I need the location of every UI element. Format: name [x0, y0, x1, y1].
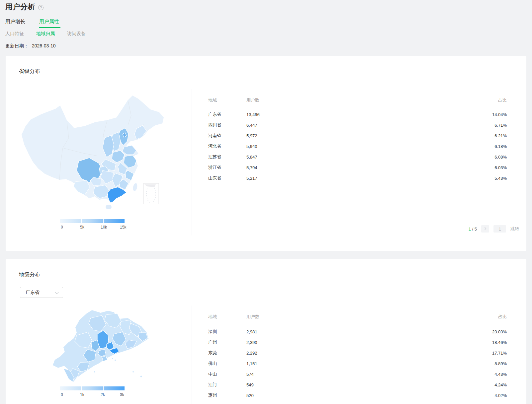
share-cell: 8.89% [477, 361, 507, 366]
island-dot [94, 371, 95, 372]
users-cell: 2,390 [246, 340, 477, 345]
share-cell: 6.18% [477, 144, 507, 149]
subtab-bar: 人口特征 地域归属 访问设备 [5, 31, 86, 37]
table-row: 深圳 2,981 23.03% [208, 326, 507, 337]
province-select-value: 广东省 [26, 290, 40, 296]
card-vertical-divider [192, 305, 192, 404]
table-row: 广州 2,390 18.46% [208, 337, 507, 348]
table-header-row: 地域 用户数 占比 [208, 98, 507, 103]
table-row: 河南省 5,972 6.21% [208, 130, 507, 141]
table-row: 中山 574 4.43% [208, 369, 507, 379]
province-table: 地域 用户数 占比 广东省 13,496 14.04% 四川省 6,447 6.… [208, 98, 507, 183]
share-cell: 23.03% [477, 329, 507, 334]
china-map[interactable] [18, 89, 164, 212]
legend-tick: 1k [80, 392, 84, 397]
jump-button[interactable]: 跳转 [510, 226, 519, 232]
total-pages: 5 [475, 227, 477, 232]
subtab-divider [61, 32, 61, 36]
color-scale-legend: 0 1k 2k 3k [60, 386, 125, 398]
table-row: 河北省 5,940 6.18% [208, 141, 507, 152]
header-region: 地域 [208, 314, 246, 319]
legend-tick-labels: 0 1k 2k 3k [60, 392, 125, 397]
legend-gradient-bar [60, 219, 125, 223]
city-table: 地域 用户数 占比 深圳 2,981 23.03% 广州 2,390 18.46… [208, 314, 507, 401]
legend-tick-labels: 0 5k 10k 15k [60, 225, 125, 230]
update-date-row: 更新日期：2026-03-10 [5, 43, 56, 49]
page-indicator: 1 / 5 [469, 227, 477, 232]
province-distribution-card: 省级分布 [6, 56, 526, 251]
region-cell: 浙江省 [208, 165, 246, 170]
region-cell: 河北省 [208, 143, 246, 149]
share-cell: 14.04% [477, 112, 507, 117]
region-cell: 深圳 [208, 329, 246, 335]
share-cell: 6.71% [477, 123, 507, 128]
share-cell: 6.03% [477, 165, 507, 170]
subtab-devices[interactable]: 访问设备 [67, 31, 86, 37]
header-share: 占比 [477, 98, 507, 103]
table-row: 江门 549 4.24% [208, 379, 507, 390]
table-row: 广东省 13,496 14.04% [208, 109, 507, 120]
island-dot [133, 371, 134, 372]
table-row: 江苏省 5,847 6.08% [208, 152, 507, 162]
card-vertical-divider [192, 89, 192, 236]
share-cell: 4.24% [477, 382, 507, 387]
users-cell: 1,151 [246, 361, 477, 366]
update-date-value: 2026-03-10 [32, 43, 56, 48]
user-analysis-page: 用户分析 ? 用户增长 用户属性 人口特征 地域归属 访问设备 更新日期：202… [0, 0, 532, 404]
legend-tick: 2k [101, 392, 105, 397]
tab-user-growth[interactable]: 用户增长 [5, 19, 25, 25]
table-row: 佛山 1,151 8.89% [208, 358, 507, 369]
region-cell: 东莞 [208, 350, 246, 356]
header-users: 用户数 [246, 314, 477, 319]
users-cell: 6,447 [246, 123, 477, 128]
region-cell: 惠州 [208, 392, 246, 398]
province-taiwan[interactable] [133, 183, 138, 191]
page-title: 用户分析 [5, 2, 35, 12]
guangdong-map[interactable] [45, 300, 151, 386]
share-cell: 6.21% [477, 133, 507, 138]
tab-bar: 用户增长 用户属性 [0, 18, 532, 28]
share-cell: 6.08% [477, 155, 507, 160]
table-row: 浙江省 5,794 6.03% [208, 162, 507, 173]
header-users: 用户数 [246, 98, 477, 103]
color-scale-legend: 0 5k 10k 15k [60, 219, 125, 230]
users-cell: 2,292 [246, 351, 477, 356]
region-cell: 江苏省 [208, 154, 246, 160]
table-header-row: 地域 用户数 占比 [208, 314, 507, 319]
subtab-demographics[interactable]: 人口特征 [5, 31, 24, 37]
page-separator: / [472, 227, 474, 232]
users-cell: 520 [246, 393, 477, 398]
users-cell: 5,940 [246, 144, 477, 149]
card-title-city: 地级分布 [19, 271, 40, 278]
legend-tick: 5k [80, 225, 84, 230]
legend-tick: 0 [61, 225, 63, 230]
share-cell: 4.02% [477, 393, 507, 398]
south-china-sea-inset [143, 183, 159, 204]
china-outline [22, 96, 164, 203]
current-page: 1 [469, 227, 471, 232]
users-cell: 13,496 [246, 112, 477, 117]
province-select[interactable]: 广东省 [20, 287, 63, 298]
page-jump-input[interactable] [493, 225, 506, 233]
chevron-right-icon [484, 227, 486, 230]
island-dot [140, 376, 142, 377]
subtab-region[interactable]: 地域归属 [36, 31, 55, 37]
legend-tick: 15k [120, 225, 126, 230]
pagination: 1 / 5 跳转 [469, 225, 519, 233]
chevron-down-icon [55, 290, 58, 294]
island-dot [112, 358, 113, 359]
users-cell: 574 [246, 372, 477, 377]
table-row: 东莞 2,292 17.71% [208, 348, 507, 358]
page-header: 用户分析 ? [5, 2, 44, 12]
subtab-divider [30, 32, 30, 36]
next-page-button[interactable] [481, 225, 489, 233]
help-icon[interactable]: ? [38, 5, 44, 10]
province-hainan[interactable] [106, 205, 112, 209]
share-cell: 4.43% [477, 372, 507, 377]
tab-user-attributes[interactable]: 用户属性 [39, 19, 59, 25]
legend-tick: 3k [120, 392, 124, 397]
header-share: 占比 [477, 314, 507, 319]
users-cell: 549 [246, 382, 477, 387]
update-date-label: 更新日期： [5, 43, 29, 48]
legend-tick: 10k [101, 225, 107, 230]
